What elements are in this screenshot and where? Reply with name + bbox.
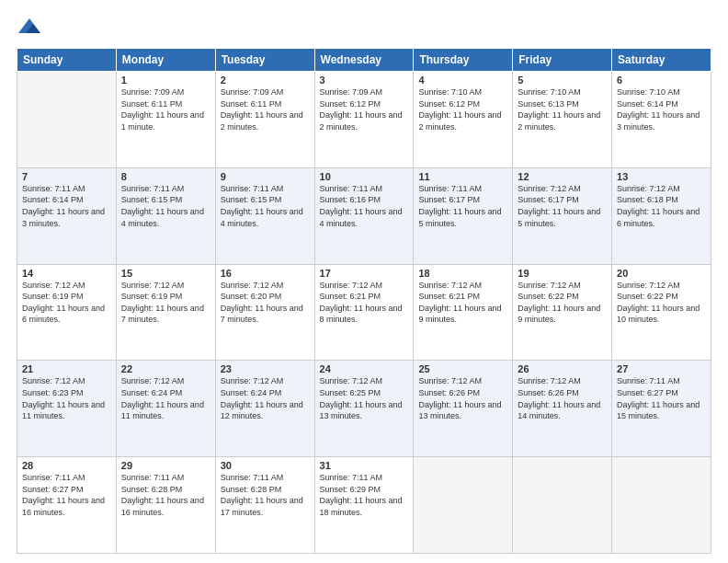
day-number: 14 — [22, 268, 111, 279]
calendar-cell: 7Sunrise: 7:11 AMSunset: 6:14 PMDaylight… — [17, 167, 117, 264]
calendar-cell — [513, 457, 612, 554]
day-info: Sunrise: 7:11 AMSunset: 6:14 PMDaylight:… — [22, 184, 105, 228]
day-info: Sunrise: 7:12 AMSunset: 6:22 PMDaylight:… — [617, 281, 700, 325]
day-info: Sunrise: 7:12 AMSunset: 6:24 PMDaylight:… — [221, 376, 303, 420]
calendar-cell — [414, 457, 513, 554]
weekday-header: Thursday — [414, 49, 513, 72]
day-number: 16 — [221, 268, 310, 279]
day-number: 15 — [121, 268, 210, 279]
calendar-week-row: 28Sunrise: 7:11 AMSunset: 6:27 PMDayligh… — [17, 457, 711, 554]
page: SundayMondayTuesdayWednesdayThursdayFrid… — [0, 0, 728, 563]
day-info: Sunrise: 7:12 AMSunset: 6:24 PMDaylight:… — [121, 376, 204, 420]
calendar-cell: 15Sunrise: 7:12 AMSunset: 6:19 PMDayligh… — [116, 264, 215, 361]
day-info: Sunrise: 7:10 AMSunset: 6:13 PMDaylight:… — [518, 87, 600, 132]
day-info: Sunrise: 7:12 AMSunset: 6:25 PMDaylight:… — [320, 376, 403, 420]
calendar-week-row: 1Sunrise: 7:09 AMSunset: 6:11 PMDaylight… — [17, 72, 711, 168]
calendar-cell: 27Sunrise: 7:11 AMSunset: 6:27 PMDayligh… — [612, 361, 711, 457]
weekday-header: Tuesday — [215, 49, 314, 72]
day-number: 11 — [418, 171, 507, 182]
day-number: 26 — [518, 363, 607, 374]
logo-icon — [17, 17, 42, 39]
calendar-header-row: SundayMondayTuesdayWednesdayThursdayFrid… — [17, 49, 711, 72]
day-number: 12 — [518, 171, 607, 182]
day-info: Sunrise: 7:10 AMSunset: 6:14 PMDaylight:… — [617, 87, 700, 132]
day-number: 13 — [617, 171, 706, 182]
day-number: 24 — [320, 363, 409, 374]
calendar-cell: 2Sunrise: 7:09 AMSunset: 6:11 PMDaylight… — [215, 72, 314, 168]
day-number: 4 — [418, 75, 507, 86]
calendar-cell: 17Sunrise: 7:12 AMSunset: 6:21 PMDayligh… — [314, 264, 414, 361]
day-number: 23 — [221, 363, 310, 374]
day-number: 30 — [221, 460, 310, 471]
calendar-cell: 4Sunrise: 7:10 AMSunset: 6:12 PMDaylight… — [414, 72, 513, 168]
logo — [17, 17, 46, 39]
calendar-cell: 26Sunrise: 7:12 AMSunset: 6:26 PMDayligh… — [513, 361, 612, 457]
calendar-week-row: 21Sunrise: 7:12 AMSunset: 6:23 PMDayligh… — [17, 361, 711, 457]
day-number: 2 — [221, 75, 310, 86]
calendar-cell: 3Sunrise: 7:09 AMSunset: 6:12 PMDaylight… — [314, 72, 414, 168]
day-info: Sunrise: 7:11 AMSunset: 6:16 PMDaylight:… — [320, 184, 403, 228]
calendar-cell: 28Sunrise: 7:11 AMSunset: 6:27 PMDayligh… — [17, 457, 117, 554]
header — [17, 17, 711, 39]
calendar-cell: 10Sunrise: 7:11 AMSunset: 6:16 PMDayligh… — [314, 167, 414, 264]
calendar-cell: 8Sunrise: 7:11 AMSunset: 6:15 PMDaylight… — [116, 167, 215, 264]
weekday-header: Monday — [116, 49, 215, 72]
calendar-cell: 24Sunrise: 7:12 AMSunset: 6:25 PMDayligh… — [314, 361, 414, 457]
calendar-cell: 30Sunrise: 7:11 AMSunset: 6:28 PMDayligh… — [215, 457, 314, 554]
day-number: 17 — [320, 268, 409, 279]
weekday-header: Wednesday — [314, 49, 414, 72]
calendar-cell: 20Sunrise: 7:12 AMSunset: 6:22 PMDayligh… — [612, 264, 711, 361]
day-info: Sunrise: 7:10 AMSunset: 6:12 PMDaylight:… — [418, 87, 501, 132]
day-info: Sunrise: 7:12 AMSunset: 6:20 PMDaylight:… — [221, 281, 303, 325]
calendar-cell: 6Sunrise: 7:10 AMSunset: 6:14 PMDaylight… — [612, 72, 711, 168]
day-number: 21 — [22, 363, 111, 374]
day-info: Sunrise: 7:12 AMSunset: 6:21 PMDaylight:… — [418, 281, 501, 325]
day-number: 8 — [121, 171, 210, 182]
calendar-week-row: 14Sunrise: 7:12 AMSunset: 6:19 PMDayligh… — [17, 264, 711, 361]
day-number: 10 — [320, 171, 409, 182]
calendar-cell: 22Sunrise: 7:12 AMSunset: 6:24 PMDayligh… — [116, 361, 215, 457]
calendar-cell: 21Sunrise: 7:12 AMSunset: 6:23 PMDayligh… — [17, 361, 117, 457]
day-number: 25 — [418, 363, 507, 374]
day-number: 19 — [518, 268, 607, 279]
day-number: 27 — [617, 363, 706, 374]
calendar-cell: 19Sunrise: 7:12 AMSunset: 6:22 PMDayligh… — [513, 264, 612, 361]
day-info: Sunrise: 7:12 AMSunset: 6:18 PMDaylight:… — [617, 184, 700, 228]
calendar-cell: 12Sunrise: 7:12 AMSunset: 6:17 PMDayligh… — [513, 167, 612, 264]
day-number: 18 — [418, 268, 507, 279]
day-info: Sunrise: 7:12 AMSunset: 6:26 PMDaylight:… — [418, 376, 501, 420]
day-info: Sunrise: 7:11 AMSunset: 6:28 PMDaylight:… — [121, 473, 204, 517]
day-number: 20 — [617, 268, 706, 279]
day-number: 28 — [22, 460, 111, 471]
day-info: Sunrise: 7:11 AMSunset: 6:27 PMDaylight:… — [617, 376, 700, 420]
calendar-cell: 29Sunrise: 7:11 AMSunset: 6:28 PMDayligh… — [116, 457, 215, 554]
calendar-cell: 18Sunrise: 7:12 AMSunset: 6:21 PMDayligh… — [414, 264, 513, 361]
day-number: 22 — [121, 363, 210, 374]
calendar-cell: 23Sunrise: 7:12 AMSunset: 6:24 PMDayligh… — [215, 361, 314, 457]
day-number: 3 — [320, 75, 409, 86]
calendar-cell — [612, 457, 711, 554]
calendar-cell: 14Sunrise: 7:12 AMSunset: 6:19 PMDayligh… — [17, 264, 117, 361]
calendar-cell: 1Sunrise: 7:09 AMSunset: 6:11 PMDaylight… — [116, 72, 215, 168]
day-info: Sunrise: 7:11 AMSunset: 6:28 PMDaylight:… — [221, 473, 303, 517]
calendar-cell: 31Sunrise: 7:11 AMSunset: 6:29 PMDayligh… — [314, 457, 414, 554]
day-info: Sunrise: 7:09 AMSunset: 6:11 PMDaylight:… — [121, 87, 204, 132]
day-info: Sunrise: 7:12 AMSunset: 6:22 PMDaylight:… — [518, 281, 600, 325]
calendar-cell: 5Sunrise: 7:10 AMSunset: 6:13 PMDaylight… — [513, 72, 612, 168]
calendar-week-row: 7Sunrise: 7:11 AMSunset: 6:14 PMDaylight… — [17, 167, 711, 264]
calendar-cell: 25Sunrise: 7:12 AMSunset: 6:26 PMDayligh… — [414, 361, 513, 457]
day-number: 7 — [22, 171, 111, 182]
day-info: Sunrise: 7:12 AMSunset: 6:19 PMDaylight:… — [121, 281, 204, 325]
day-info: Sunrise: 7:09 AMSunset: 6:12 PMDaylight:… — [320, 87, 403, 132]
weekday-header: Friday — [513, 49, 612, 72]
day-number: 6 — [617, 75, 706, 86]
day-number: 5 — [518, 75, 607, 86]
calendar-cell: 9Sunrise: 7:11 AMSunset: 6:15 PMDaylight… — [215, 167, 314, 264]
day-info: Sunrise: 7:12 AMSunset: 6:23 PMDaylight:… — [22, 376, 105, 420]
day-number: 9 — [221, 171, 310, 182]
calendar-cell: 16Sunrise: 7:12 AMSunset: 6:20 PMDayligh… — [215, 264, 314, 361]
calendar-cell: 11Sunrise: 7:11 AMSunset: 6:17 PMDayligh… — [414, 167, 513, 264]
calendar-table: SundayMondayTuesdayWednesdayThursdayFrid… — [17, 48, 711, 554]
day-number: 29 — [121, 460, 210, 471]
day-info: Sunrise: 7:11 AMSunset: 6:15 PMDaylight:… — [221, 184, 303, 228]
